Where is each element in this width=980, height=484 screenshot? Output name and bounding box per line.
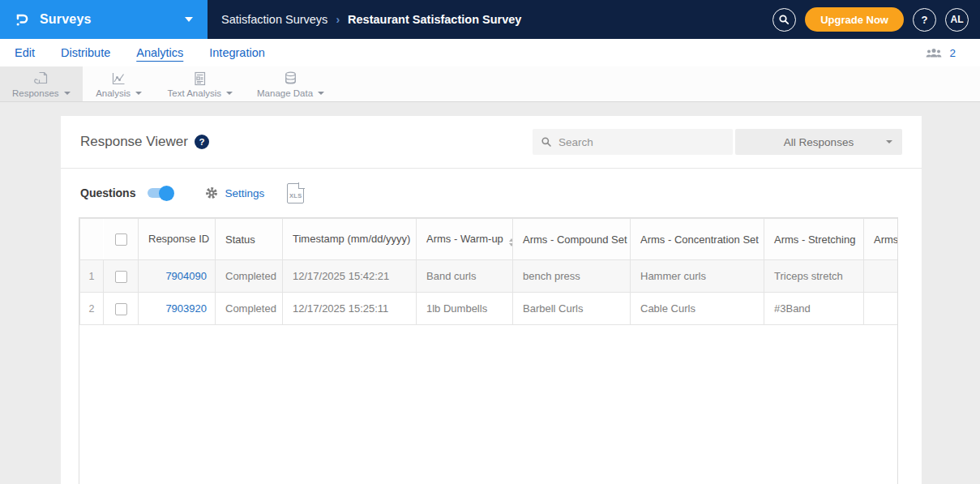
toolbar-item-manage-data[interactable]: Manage Data bbox=[245, 66, 336, 101]
responses-filter-dropdown[interactable]: All Responses bbox=[735, 129, 902, 155]
tab-distribute[interactable]: Distribute bbox=[61, 46, 110, 59]
row-select-cell bbox=[104, 260, 139, 293]
responses-table: Response ID Status Timestamp (mm/dd/yyyy… bbox=[79, 218, 898, 325]
compound-set-cell: Barbell Curls bbox=[513, 293, 631, 325]
toggle-knob bbox=[159, 186, 174, 201]
tab-edit[interactable]: Edit bbox=[15, 46, 35, 59]
collaborators-count: 2 bbox=[949, 47, 956, 59]
topbar-actions: Upgrade Now ? AL bbox=[772, 7, 969, 32]
toolbar-item-analysis[interactable]: Analysis bbox=[83, 66, 156, 101]
select-all-checkbox[interactable] bbox=[115, 233, 127, 246]
gear-icon bbox=[204, 186, 219, 200]
xls-icon-label: XLS bbox=[289, 192, 302, 199]
toolbar-item-responses[interactable]: Responses bbox=[0, 66, 83, 101]
search-box bbox=[533, 129, 733, 155]
table-controls: Questions Settings XLS bbox=[61, 169, 922, 217]
questions-toggle[interactable] bbox=[148, 188, 172, 198]
help-button[interactable]: ? bbox=[913, 8, 936, 32]
toolbar-item-text-analysis[interactable]: Text Analysis bbox=[156, 66, 245, 101]
survey-nav: Edit Distribute Analytics Integration 2 bbox=[0, 39, 980, 66]
responses-table-container: Response ID Status Timestamp (mm/dd/yyyy… bbox=[79, 217, 898, 484]
chevron-down-icon bbox=[318, 92, 324, 95]
compound-set-cell: bench press bbox=[513, 260, 631, 293]
export-xls-button[interactable]: XLS bbox=[287, 183, 304, 203]
upgrade-now-button[interactable]: Upgrade Now bbox=[805, 7, 904, 32]
help-icon[interactable]: ? bbox=[195, 135, 209, 149]
concentration-set-cell: Hammer curls bbox=[631, 260, 764, 293]
column-row-number bbox=[80, 219, 104, 260]
viewer-controls: All Responses bbox=[533, 129, 902, 155]
breadcrumb-current: Restaurant Satisfaction Survey bbox=[348, 13, 521, 26]
chevron-down-icon bbox=[185, 17, 193, 22]
avatar[interactable]: AL bbox=[945, 8, 969, 32]
toolbar-label: Analysis bbox=[96, 88, 142, 98]
status-cell: Completed bbox=[216, 260, 283, 293]
response-id-link[interactable]: 7904090 bbox=[165, 270, 207, 282]
questions-label: Questions bbox=[80, 186, 135, 199]
app-switcher[interactable]: Surveys bbox=[0, 0, 208, 39]
stretching-cell: #3Band bbox=[764, 293, 864, 325]
search-icon bbox=[777, 13, 791, 27]
warm-up-cell: 1lb Dumbells bbox=[417, 293, 513, 325]
status-cell: Completed bbox=[216, 293, 283, 325]
chevron-down-icon bbox=[64, 92, 71, 95]
tab-analytics[interactable]: Analytics bbox=[136, 46, 183, 59]
column-arms-compound-set: Arms - Compound Set bbox=[513, 219, 631, 260]
tab-integration[interactable]: Integration bbox=[209, 46, 265, 59]
responses-icon bbox=[32, 71, 49, 87]
search-button[interactable] bbox=[772, 8, 796, 32]
table-header-row: Response ID Status Timestamp (mm/dd/yyyy… bbox=[80, 219, 899, 260]
row-select-cell bbox=[104, 293, 139, 325]
breadcrumb: Satisfaction Surveys › Restaurant Satisf… bbox=[221, 13, 521, 26]
topbar: Surveys Satisfaction Surveys › Restauran… bbox=[0, 0, 980, 39]
people-icon bbox=[925, 47, 943, 58]
clipped-cell bbox=[864, 293, 899, 325]
analysis-icon bbox=[110, 71, 127, 87]
concentration-set-cell: Cable Curls bbox=[631, 293, 764, 325]
response-viewer-card: Response Viewer ? All Responses Question… bbox=[61, 116, 922, 484]
row-checkbox[interactable] bbox=[115, 271, 127, 283]
table-row: 2 7903920 Completed 12/17/2025 15:25:11 … bbox=[80, 293, 899, 325]
settings-label: Settings bbox=[225, 187, 264, 199]
timestamp-cell: 12/17/2025 15:42:21 bbox=[283, 260, 417, 293]
response-id-cell: 7903920 bbox=[139, 293, 216, 325]
row-checkbox[interactable] bbox=[115, 303, 127, 315]
page-title: Response Viewer bbox=[80, 134, 188, 150]
settings-button[interactable]: Settings bbox=[204, 186, 264, 200]
chevron-down-icon bbox=[886, 140, 892, 143]
card-header: Response Viewer ? All Responses bbox=[61, 116, 922, 169]
text-analysis-icon bbox=[191, 71, 208, 87]
column-status: Status bbox=[216, 219, 283, 260]
column-arms-clipped: Arms - bbox=[864, 219, 899, 260]
column-response-id[interactable]: Response ID bbox=[139, 219, 216, 260]
column-arms-concentration-set: Arms - Concentration Set bbox=[631, 219, 764, 260]
manage-data-icon bbox=[282, 71, 299, 87]
toolbar-label: Manage Data bbox=[257, 88, 324, 98]
filter-selected-value: All Responses bbox=[784, 136, 854, 148]
toolbar-label: Responses bbox=[12, 88, 71, 98]
response-id-link[interactable]: 7903920 bbox=[165, 302, 207, 315]
breadcrumb-separator: › bbox=[336, 13, 340, 26]
search-icon bbox=[541, 136, 552, 148]
analytics-toolbar: Responses Analysis Text Analysis bbox=[0, 66, 980, 102]
search-input[interactable] bbox=[533, 129, 733, 155]
warm-up-cell: Band curls bbox=[417, 260, 513, 293]
table-row: 1 7904090 Completed 12/17/2025 15:42:21 … bbox=[80, 260, 899, 293]
column-arms-warm-up[interactable]: Arms - Warm-up bbox=[417, 219, 513, 260]
brand-name: Surveys bbox=[40, 12, 92, 27]
response-id-cell: 7904090 bbox=[139, 260, 216, 293]
stretching-cell: Triceps stretch bbox=[764, 260, 864, 293]
breadcrumb-parent[interactable]: Satisfaction Surveys bbox=[221, 13, 327, 26]
column-timestamp[interactable]: Timestamp (mm/dd/yyyy) bbox=[283, 219, 417, 260]
proprofs-logo-icon bbox=[13, 11, 31, 28]
column-select-all bbox=[104, 219, 139, 260]
chevron-down-icon bbox=[226, 92, 233, 95]
content-area: Response Viewer ? All Responses Question… bbox=[0, 102, 980, 484]
row-number: 2 bbox=[80, 293, 104, 325]
row-number: 1 bbox=[80, 260, 104, 293]
chevron-down-icon bbox=[135, 92, 142, 95]
sort-icon[interactable] bbox=[509, 238, 513, 246]
collaborators[interactable]: 2 bbox=[925, 47, 956, 59]
timestamp-cell: 12/17/2025 15:25:11 bbox=[283, 293, 417, 325]
toolbar-label: Text Analysis bbox=[168, 88, 233, 98]
